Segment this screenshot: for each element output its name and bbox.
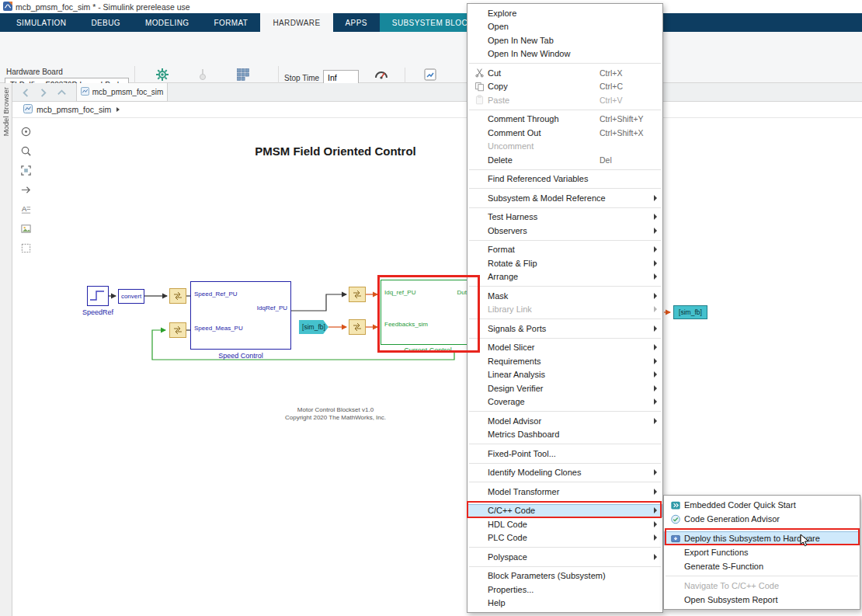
- annotation-icon[interactable]: A: [17, 200, 34, 218]
- rate-transition-block[interactable]: [349, 287, 366, 302]
- menu-item-comment-out[interactable]: Comment OutCtrl+Shift+X: [467, 126, 662, 140]
- menu-item-format[interactable]: Format: [467, 243, 662, 257]
- menu-separator: [469, 444, 661, 444]
- menu-item-c-c-code[interactable]: C/C++ Code: [467, 504, 662, 518]
- step-source-block[interactable]: [87, 286, 109, 306]
- menu-item-open[interactable]: Open: [467, 20, 662, 34]
- menu-item-label: Block Parameters (Subsystem): [488, 571, 606, 580]
- menu-separator: [469, 169, 661, 170]
- menu-item-delete[interactable]: DeleteDel: [467, 153, 662, 167]
- goto-tag-sim-fb[interactable]: [sim_fb]: [673, 305, 707, 319]
- rate-transition-icon: [352, 322, 363, 332]
- menu-item-design-verifier[interactable]: Design Verifier: [467, 381, 662, 395]
- menu-item-open-in-new-window[interactable]: Open In New Window: [467, 47, 662, 61]
- menu-item-linear-analysis[interactable]: Linear Analysis: [467, 368, 662, 382]
- menu-item-generate-s-function[interactable]: Generate S-Function: [664, 559, 860, 573]
- menu-item-label: Export Functions: [684, 548, 749, 557]
- fit-to-view-icon[interactable]: [17, 162, 34, 179]
- step-signal-icon: [88, 287, 107, 305]
- ribbon-tab-hardware[interactable]: HARDWARE: [260, 13, 332, 32]
- rate-transition-block[interactable]: [169, 322, 186, 338]
- back-button[interactable]: [19, 86, 33, 99]
- ribbon-tab-format[interactable]: FORMAT: [202, 13, 261, 32]
- gauge-icon: [360, 66, 402, 83]
- canvas-palette: A: [17, 123, 36, 259]
- rate-transition-block[interactable]: [169, 288, 186, 304]
- menu-item-library-link[interactable]: Library Link: [467, 303, 662, 317]
- menu-separator: [469, 207, 661, 208]
- menu-item-embedded-coder-quick-start[interactable]: Embedded Coder Quick Start: [664, 498, 860, 512]
- menu-item-requirements[interactable]: Requirements: [467, 354, 662, 368]
- rate-transition-icon: [172, 325, 183, 336]
- pan-icon[interactable]: [17, 181, 34, 198]
- workspace-icon: [408, 66, 452, 83]
- menu-icon-gutter: [471, 323, 488, 334]
- menu-icon-gutter: [667, 594, 684, 605]
- menu-item-deploy-this-subsystem-to-hardware[interactable]: Deploy this Subsystem to Hardware: [664, 531, 860, 545]
- menu-item-identify-modeling-clones[interactable]: Identify Modeling Clones: [467, 466, 662, 480]
- convert-block[interactable]: convert: [118, 289, 144, 304]
- menu-item-comment-through[interactable]: Comment ThroughCtrl+Shift+Y: [467, 113, 662, 127]
- toolstrip: Hardware Board TI Delfino F28379D Launch…: [0, 32, 862, 83]
- menu-item-test-harness[interactable]: Test Harness: [467, 211, 662, 224]
- explore-icon[interactable]: [17, 123, 34, 140]
- menu-item-label: Model Advisor: [488, 416, 541, 426]
- menu-item-label: Linear Analysis: [488, 370, 545, 379]
- menu-item-block-parameters-subsystem[interactable]: Block Parameters (Subsystem): [467, 569, 662, 583]
- menu-item-copy[interactable]: CopyCtrl+C: [467, 80, 662, 94]
- menu-item-rotate-flip[interactable]: Rotate & Flip: [467, 256, 662, 270]
- breadcrumb[interactable]: mcb_pmsm_foc_sim: [12, 102, 862, 118]
- menu-item-coverage[interactable]: Coverage: [467, 395, 662, 409]
- menu-item-paste[interactable]: PasteCtrl+V: [467, 93, 662, 107]
- menu-item-uncomment[interactable]: Uncomment: [467, 140, 662, 154]
- ribbon-tab-debug[interactable]: DEBUG: [78, 13, 133, 32]
- ribbon-tab-simulation[interactable]: SIMULATION: [4, 13, 78, 32]
- menu-item-label: Rotate & Flip: [488, 259, 537, 268]
- menu-item-observers[interactable]: Observers: [467, 224, 662, 238]
- menu-item-polyspace[interactable]: Polyspace: [467, 550, 662, 564]
- menu-item-signals-ports[interactable]: Signals & Ports: [467, 322, 662, 336]
- menu-item-properties[interactable]: Properties...: [467, 583, 662, 597]
- breadcrumb-item[interactable]: mcb_pmsm_foc_sim: [36, 105, 111, 114]
- menu-item-model-transformer[interactable]: Model Transformer: [467, 485, 662, 499]
- area-icon[interactable]: [17, 239, 34, 256]
- menu-item-hdl-code[interactable]: HDL Code: [467, 517, 662, 531]
- menu-item-open-subsystem-report[interactable]: Open Subsystem Report: [664, 593, 860, 607]
- document-tab[interactable]: mcb_pmsm_foc_sim: [76, 83, 168, 102]
- menu-item-find-referenced-variables[interactable]: Find Referenced Variables: [467, 172, 662, 186]
- menu-item-export-functions[interactable]: Export Functions: [664, 545, 860, 559]
- menu-item-navigate-to-c-c-code[interactable]: Navigate To C/C++ Code: [664, 579, 860, 593]
- rate-transition-block[interactable]: [349, 319, 366, 335]
- blockset-version-text: Motor Control Blockset v1.0: [249, 406, 422, 414]
- zoom-icon[interactable]: [17, 142, 34, 159]
- menu-item-explore[interactable]: Explore: [467, 6, 662, 20]
- menu-icon-gutter: [471, 486, 488, 497]
- image-icon[interactable]: [17, 220, 34, 237]
- menu-item-model-advisor[interactable]: Model Advisor: [467, 414, 662, 428]
- menu-item-label: Open Subsystem Report: [684, 595, 777, 604]
- menu-item-code-generation-advisor[interactable]: Code Generation Advisor: [664, 512, 860, 526]
- menu-item-label: Mask: [488, 291, 508, 301]
- menu-item-help[interactable]: Help: [467, 597, 662, 611]
- up-to-parent-button[interactable]: [54, 86, 68, 99]
- ribbon-tab-apps[interactable]: APPS: [333, 13, 380, 32]
- menu-item-subsystem-model-reference[interactable]: Subsystem & Model Reference: [467, 191, 662, 205]
- from-tag-sim-fb[interactable]: [sim_fb]: [299, 320, 328, 334]
- model-browser-strip[interactable]: [0, 83, 12, 616]
- menu-separator: [469, 411, 661, 412]
- menu-item-cut[interactable]: CutCtrl+X: [467, 66, 662, 80]
- menu-item-plc-code[interactable]: PLC Code: [467, 531, 662, 545]
- rate-transition-icon: [172, 291, 183, 301]
- menu-item-fixed-point-tool[interactable]: Fixed-Point Tool...: [467, 447, 662, 461]
- menu-separator: [469, 318, 661, 319]
- menu-icon-gutter: [471, 552, 488, 562]
- menu-item-open-in-new-tab[interactable]: Open In New Tab: [467, 33, 662, 47]
- menu-item-arrange[interactable]: Arrange: [467, 270, 662, 284]
- forward-button[interactable]: [36, 86, 50, 99]
- ribbon-tab-modeling[interactable]: MODELING: [133, 13, 202, 32]
- menu-item-mask[interactable]: Mask: [467, 289, 662, 303]
- goto-tag-label: [sim_fb]: [679, 308, 702, 316]
- menu-item-model-slicer[interactable]: Model Slicer: [467, 341, 662, 355]
- copyright-text: Copyright 2020 The MathWorks, Inc.: [249, 414, 422, 422]
- menu-item-metrics-dashboard[interactable]: Metrics Dashboard: [467, 428, 662, 442]
